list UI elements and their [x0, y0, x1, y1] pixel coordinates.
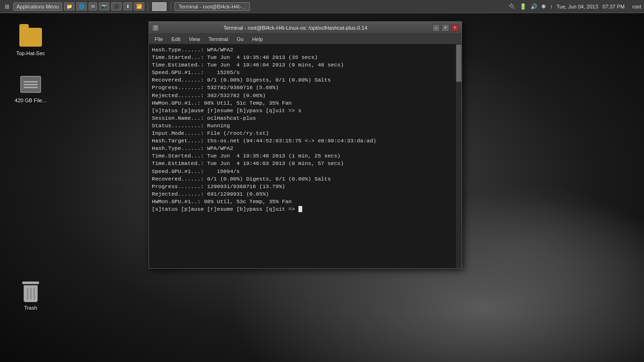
terminal-line-14: Hash.Type......: WPA/WPA2 — [152, 145, 459, 152]
desktop-icon-420gb-file[interactable]: 420 GB File... — [12, 73, 50, 103]
terminal-cursor — [298, 206, 302, 212]
terminal-line-2: Time.Estimated.: Tue Jun 4 19:46:04 2013… — [152, 61, 459, 69]
desktop-icon-trash[interactable]: Trash — [12, 280, 50, 311]
420gb-file-label: 420 GB File... — [15, 98, 46, 103]
terminal-line-16: Time.Estimated.: Tue Jun 4 19:46:03 2013… — [152, 160, 459, 167]
titlebar-controls-left: ☰ — [152, 24, 159, 32]
drive-icon-image — [19, 73, 42, 96]
trash-label: Trash — [24, 305, 37, 311]
terminal-line-13: Hash.Target....: ths-os.net (94:44:52:63… — [152, 137, 459, 145]
terminal-lines: Hash.Type......: WPA/WPA2Time.Started...… — [152, 46, 459, 213]
terminal-line-19: Progress.......: 1290931/9360716 (13.79%… — [152, 183, 459, 190]
apps-menu-icon: ⊞ — [5, 3, 9, 10]
user-display: root — [632, 4, 641, 9]
virtual-desktop-switcher[interactable] — [152, 2, 166, 11]
terminal-line-0: Hash.Type......: WPA/WPA2 — [152, 46, 459, 54]
terminal-scrollbar-thumb[interactable] — [456, 44, 462, 82]
terminal-content[interactable]: Hash.Type......: WPA/WPA2Time.Started...… — [149, 44, 462, 268]
trash-stripe1 — [27, 288, 28, 300]
terminal-line-18: Recovered......: 0/1 (0.00%) Digests, 0/… — [152, 175, 459, 183]
terminal-line-15: Time.Started...: Tue Jun 4 19:35:40 2013… — [152, 152, 459, 160]
terminal-taskbar-button[interactable]: Terminal - root@Bl4ck-H4t-... — [174, 2, 250, 11]
terminal-menu-icon[interactable]: ☰ — [152, 24, 159, 32]
terminal-title: Terminal - root@Bl4ck-H4t-Linux-os: /opt… — [159, 25, 431, 31]
terminal-line-7: HWMon.GPU.#1..: 98% Util, 51c Temp, 35% … — [152, 99, 459, 107]
taskbar-left: ⊞ Applications Menu 📁 🌐 ✉ 📷 ⬛ ⬇ 📶 Termin… — [3, 2, 507, 11]
wifi-icon-btn[interactable]: 📶 — [134, 2, 144, 10]
minimize-button[interactable]: – — [432, 24, 440, 32]
terminal-line-23: [s]tatus [p]ause [r]esume [b]ypass [q]ui… — [152, 206, 459, 213]
terminal-window: ☰ Terminal - root@Bl4ck-H4t-Linux-os: /o… — [149, 21, 462, 269]
screenshot-icon-btn[interactable]: 📷 — [99, 2, 109, 10]
trash-stripe3 — [33, 288, 35, 300]
terminal-line-21: HWMon.GPU.#1..: 98% Util, 53c Temp, 35% … — [152, 198, 459, 206]
desktop-icon-top-hat-sec[interactable]: Top-Hat-Sec — [12, 26, 50, 56]
maximize-button[interactable]: + — [442, 24, 449, 32]
applications-menu-button[interactable]: Applications Menu — [13, 2, 62, 11]
battery-icon: 🔋 — [520, 3, 527, 10]
trash-shape — [22, 281, 39, 302]
terminal-titlebar: ☰ Terminal - root@Bl4ck-H4t-Linux-os: /o… — [149, 22, 462, 34]
drive-line3 — [24, 87, 38, 88]
menu-terminal[interactable]: Terminal — [205, 35, 232, 43]
terminal-line-6: Rejected.......: 302/532782 (0.06%) — [152, 92, 459, 99]
taskbar-system-icons: ⊞ — [3, 3, 11, 10]
menu-edit[interactable]: Edit — [168, 35, 184, 43]
desktop: ⊞ Applications Menu 📁 🌐 ✉ 📷 ⬛ ⬇ 📶 Termin… — [0, 0, 644, 362]
drive-line2 — [24, 84, 38, 85]
browser-icon-btn[interactable]: 🌐 — [76, 2, 87, 10]
menu-help[interactable]: Help — [248, 35, 267, 43]
taskbar-right: 🔌 🔋 🔊 ✱ ↕ Tue, Jun 04, 2013 07:37 PM roo… — [509, 3, 641, 10]
sound-icon: 🔊 — [530, 3, 537, 10]
bluetooth-icon: ✱ — [541, 3, 546, 10]
download-icon-btn[interactable]: ⬇ — [124, 2, 132, 10]
terminal-content-wrapper: Hash.Type......: WPA/WPA2Time.Started...… — [149, 44, 462, 268]
mail-icon-btn[interactable]: ✉ — [89, 2, 97, 10]
titlebar-window-buttons: – + × — [431, 24, 459, 32]
trash-body — [24, 285, 38, 302]
drive-shape — [20, 76, 41, 93]
terminal-line-11: Status.........: Running — [152, 122, 459, 130]
date-text: Tue, Jun 04, 2013 — [556, 4, 598, 9]
terminal-line-20: Rejected.......: 691/1290931 (0.05%) — [152, 190, 459, 198]
terminal-line-3: Speed.GPU.#1...: 15265/s — [152, 69, 459, 76]
menu-file[interactable]: File — [151, 35, 167, 43]
menu-view[interactable]: View — [185, 35, 204, 43]
datetime-display: Tue, Jun 04, 2013 07:37 PM — [556, 4, 625, 9]
taskbar-separator2 — [171, 2, 171, 11]
close-button[interactable]: × — [451, 24, 459, 32]
terminal-menubar: File Edit View Terminal Go Help — [149, 34, 462, 44]
time-text: 07:37 PM — [603, 4, 625, 9]
folder-shape — [19, 28, 42, 47]
trash-icon-image — [19, 280, 42, 303]
drive-line1 — [24, 81, 38, 82]
terminal-line-4: Recovered......: 0/1 (0.00%) Digests, 0/… — [152, 76, 459, 84]
terminal-line-12: Input.Mode.....: File (/root/ry.txt) — [152, 130, 459, 137]
trash-lid — [22, 281, 39, 284]
terminal-line-1: Time.Started...: Tue Jun 4 19:35:40 2013… — [152, 54, 459, 61]
top-hat-sec-label: Top-Hat-Sec — [16, 50, 45, 56]
folder-icon-image — [19, 26, 42, 49]
terminal-line-9: [s]tatus [p]ause [r]esume [b]ypass [q]ui… — [152, 107, 459, 115]
terminal-icon-btn[interactable]: ⬛ — [111, 2, 122, 10]
terminal-line-10: Session.Name...: oclHashcat-plus — [152, 115, 459, 122]
network-status-icon: 🔌 — [509, 3, 516, 10]
terminal-line-17: Speed.GPU.#1...: 15094/s — [152, 168, 459, 175]
terminal-scrollbar[interactable] — [456, 44, 462, 268]
taskbar: ⊞ Applications Menu 📁 🌐 ✉ 📷 ⬛ ⬇ 📶 Termin… — [0, 0, 644, 13]
file-manager-icon-btn[interactable]: 📁 — [64, 2, 74, 10]
connection-icon: ↕ — [550, 3, 553, 10]
menu-go[interactable]: Go — [233, 35, 248, 43]
terminal-line-5: Progress.......: 532782/9360716 (5.69%) — [152, 84, 459, 91]
trash-stripe2 — [30, 288, 32, 300]
taskbar-separator — [148, 2, 148, 11]
